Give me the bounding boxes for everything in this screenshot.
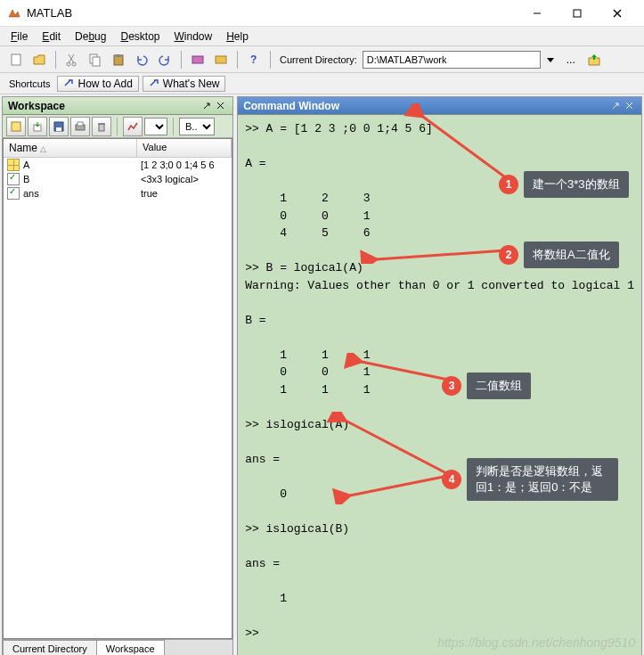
main-toolbar: ? Current Directory: ... bbox=[0, 46, 644, 73]
delete-button[interactable] bbox=[92, 117, 111, 136]
current-directory-dropdown[interactable] bbox=[542, 49, 558, 70]
toolbar-separator bbox=[55, 51, 56, 69]
simulink-button[interactable] bbox=[187, 49, 208, 70]
open-file-button[interactable] bbox=[29, 49, 50, 70]
svg-rect-16 bbox=[12, 122, 20, 131]
window-controls bbox=[517, 0, 637, 27]
import-button[interactable] bbox=[28, 117, 47, 136]
close-button[interactable] bbox=[597, 0, 637, 27]
shortcuts-label: Shortcuts bbox=[5, 78, 53, 89]
main-area: Workspace W... B... Name △ Value A[1 2 3… bbox=[0, 94, 644, 655]
link-icon bbox=[63, 78, 74, 89]
workspace-toolbar: W... B... bbox=[3, 115, 232, 138]
svg-rect-12 bbox=[216, 56, 226, 63]
menu-debug[interactable]: Debug bbox=[68, 29, 113, 45]
matlab-logo-icon bbox=[7, 6, 21, 20]
svg-rect-1 bbox=[574, 10, 581, 17]
workspace-filter-select[interactable]: B... bbox=[179, 118, 215, 135]
workspace-tabs: Current Directory Workspace bbox=[3, 639, 232, 655]
toolbar-separator bbox=[173, 118, 174, 135]
var-value-cell: true bbox=[137, 186, 232, 201]
table-header: Name △ Value bbox=[4, 139, 232, 158]
workspace-header: Workspace bbox=[3, 97, 232, 115]
workspace-view-select[interactable]: W... bbox=[144, 118, 167, 135]
paste-button[interactable] bbox=[108, 49, 129, 70]
how-to-add-button[interactable]: How to Add bbox=[57, 76, 138, 92]
svg-rect-8 bbox=[93, 57, 100, 66]
command-window-header: Command Window bbox=[238, 97, 641, 115]
var-value-cell: [1 2 3;0 0 1;4 5 6 bbox=[137, 158, 232, 172]
title-bar: MATLAB bbox=[0, 0, 644, 27]
toolbar-separator bbox=[237, 51, 238, 69]
panel-title: Command Window bbox=[243, 100, 339, 112]
link-icon bbox=[149, 78, 159, 89]
var-name-cell: A bbox=[4, 158, 137, 172]
command-window-panel: Command Window >> A = [1 2 3 ;0 0 1;4 5 … bbox=[237, 96, 642, 655]
toolbar-separator bbox=[181, 51, 182, 69]
panel-title: Workspace bbox=[8, 100, 65, 112]
browse-directory-button[interactable]: ... bbox=[560, 49, 582, 70]
shortcut-label: What's New bbox=[163, 78, 220, 90]
column-header-value[interactable]: Value bbox=[137, 139, 232, 157]
table-row[interactable]: A[1 2 3;0 0 1;4 5 6 bbox=[4, 158, 232, 172]
whats-new-button[interactable]: What's New bbox=[143, 76, 226, 92]
up-directory-button[interactable] bbox=[583, 49, 605, 70]
workspace-panel: Workspace W... B... Name △ Value A[1 2 3… bbox=[2, 96, 233, 655]
toolbar-separator bbox=[270, 51, 271, 69]
var-name-cell: ans bbox=[4, 186, 137, 201]
menu-edit[interactable]: Edit bbox=[35, 29, 68, 45]
variable-icon bbox=[7, 159, 20, 171]
undock-icon[interactable] bbox=[609, 100, 622, 112]
menu-window[interactable]: Window bbox=[167, 29, 219, 45]
cut-button[interactable] bbox=[61, 49, 83, 70]
svg-text:?: ? bbox=[250, 53, 257, 66]
undo-button[interactable] bbox=[131, 49, 152, 70]
guide-button[interactable] bbox=[210, 49, 232, 70]
table-row[interactable]: B<3x3 logical> bbox=[4, 172, 232, 186]
print-button[interactable] bbox=[70, 117, 90, 136]
copy-button[interactable] bbox=[85, 49, 106, 70]
command-window-content[interactable]: >> A = [1 2 3 ;0 0 1;4 5 6] A = 1 2 3 0 … bbox=[238, 115, 641, 655]
menu-desktop[interactable]: Desktop bbox=[113, 29, 167, 45]
maximize-button[interactable] bbox=[557, 0, 597, 27]
redo-button[interactable] bbox=[154, 49, 175, 70]
svg-rect-22 bbox=[99, 124, 104, 131]
shortcuts-toolbar: Shortcuts How to Add What's New bbox=[0, 73, 644, 94]
panel-close-icon[interactable] bbox=[215, 100, 227, 112]
current-directory-input[interactable] bbox=[363, 51, 541, 69]
window-title: MATLAB bbox=[27, 6, 517, 20]
var-value-cell: <3x3 logical> bbox=[137, 172, 232, 186]
shortcut-label: How to Add bbox=[77, 78, 132, 90]
workspace-table[interactable]: Name △ Value A[1 2 3;0 0 1;4 5 6B<3x3 lo… bbox=[3, 138, 232, 639]
new-var-button[interactable] bbox=[6, 117, 26, 136]
svg-rect-21 bbox=[77, 122, 83, 126]
variable-icon bbox=[7, 187, 20, 200]
tab-workspace[interactable]: Workspace bbox=[96, 640, 165, 655]
svg-rect-11 bbox=[192, 56, 203, 63]
variable-icon bbox=[7, 173, 20, 185]
new-file-button[interactable] bbox=[5, 49, 27, 70]
undock-icon[interactable] bbox=[200, 100, 213, 112]
menu-bar: File Edit Debug Desktop Window Help bbox=[0, 27, 644, 46]
column-header-name[interactable]: Name △ bbox=[4, 139, 137, 157]
save-button[interactable] bbox=[49, 117, 69, 136]
current-directory-label: Current Directory: bbox=[276, 54, 361, 65]
menu-file[interactable]: File bbox=[4, 29, 35, 45]
tab-current-directory[interactable]: Current Directory bbox=[3, 640, 97, 655]
plot-button[interactable] bbox=[123, 117, 143, 136]
var-name-cell: B bbox=[4, 172, 137, 186]
menu-help[interactable]: Help bbox=[219, 29, 256, 45]
svg-rect-4 bbox=[12, 54, 20, 65]
toolbar-separator bbox=[117, 118, 118, 135]
minimize-button[interactable] bbox=[517, 0, 557, 27]
table-row[interactable]: anstrue bbox=[4, 186, 232, 201]
help-button[interactable]: ? bbox=[243, 49, 265, 70]
svg-rect-19 bbox=[56, 127, 61, 131]
svg-rect-10 bbox=[116, 54, 121, 57]
panel-close-icon[interactable] bbox=[624, 100, 636, 112]
